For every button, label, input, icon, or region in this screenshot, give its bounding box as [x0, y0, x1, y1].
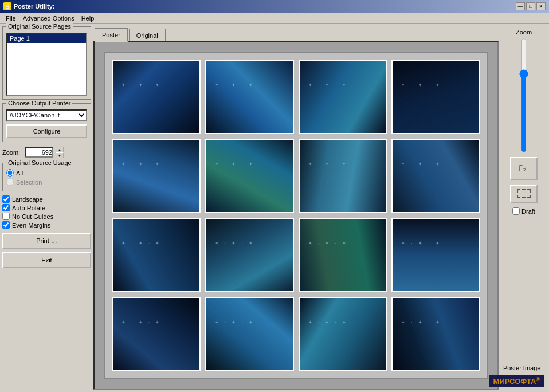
marquee-tool-button[interactable]: [510, 185, 538, 203]
checkbox-even-margins[interactable]: [2, 221, 10, 229]
page-list-item[interactable]: Page 1: [7, 34, 86, 43]
printer-select-row: \\JOYCE\Canon if: [6, 109, 87, 121]
poster-cell-16: [391, 297, 480, 371]
canvas-area: [93, 41, 499, 390]
checkbox-auto-rotate-label: Auto Rotate: [12, 205, 45, 211]
poster-cell-2: [205, 60, 294, 134]
checkbox-auto-rotate[interactable]: [2, 204, 10, 211]
zoom-label: Zoom:: [2, 149, 22, 156]
left-panel: Original Source Pages Page 1 Choose Outp…: [2, 26, 91, 390]
poster-cell-12: [391, 218, 480, 292]
checkboxes-section: Landscape Auto Rotate No Cut Guides Even…: [2, 195, 91, 229]
right-zoom-label: Zoom: [516, 29, 532, 36]
watermark-symbol: ®: [536, 377, 540, 382]
watermark: МИРСОФТА®: [489, 375, 544, 387]
menu-bar: File Advanced Options Help: [0, 13, 549, 24]
hand-icon: ☞: [518, 161, 530, 176]
exit-button[interactable]: Exit: [2, 252, 91, 268]
window-title: Poster Utility:: [14, 3, 55, 10]
checkbox-no-cut-guides[interactable]: [2, 213, 10, 220]
radio-selection-label: Selection: [16, 179, 42, 186]
print-button[interactable]: Print …: [2, 233, 91, 249]
middle-panel: Poster Original: [93, 26, 499, 390]
source-pages-title: Original Source Pages: [6, 23, 73, 30]
checkbox-landscape-label: Landscape: [12, 196, 43, 203]
zoom-up-button[interactable]: ▲: [56, 147, 64, 152]
page-list[interactable]: Page 1: [6, 33, 87, 96]
poster-cell-7: [299, 139, 387, 213]
poster-cell-6: [205, 139, 294, 213]
tab-original[interactable]: Original: [129, 29, 166, 41]
minimize-button[interactable]: —: [516, 2, 525, 10]
printer-select[interactable]: \\JOYCE\Canon if: [6, 109, 87, 121]
radio-selection-row: Selection: [6, 178, 87, 186]
zoom-input[interactable]: [25, 147, 53, 158]
menu-advanced-options[interactable]: Advanced Options: [19, 14, 78, 22]
poster-cell-9: [112, 218, 201, 292]
radio-all-label: All: [16, 170, 23, 177]
source-usage-title: Original Source Usage: [6, 159, 73, 166]
right-panel: Zoom ☞ Draft Poster Image W: 3.39 Ft H: …: [501, 26, 547, 390]
source-usage-group: Original Source Usage All Selection: [2, 163, 91, 191]
draft-row: Draft: [512, 207, 535, 215]
radio-selection[interactable]: [6, 178, 14, 186]
close-button[interactable]: ✕: [536, 2, 546, 10]
menu-file[interactable]: File: [2, 14, 19, 22]
zoom-row: Zoom: ▲ ▼: [2, 146, 91, 159]
source-pages-group: Original Source Pages Page 1: [2, 26, 91, 100]
poster-cell-11: [299, 218, 387, 292]
poster-cell-3: [299, 60, 387, 134]
checkbox-even-margins-label: Even Margins: [12, 222, 50, 229]
menu-help[interactable]: Help: [78, 14, 98, 22]
zoom-down-button[interactable]: ▼: [56, 152, 64, 158]
poster-cell-10: [205, 218, 294, 292]
poster-cell-5: [112, 139, 201, 213]
title-bar-controls: — □ ✕: [516, 2, 546, 10]
checkbox-no-cut-guides-label: No Cut Guides: [12, 213, 53, 220]
poster-cell-4: [391, 60, 480, 134]
maximize-button[interactable]: □: [526, 2, 535, 10]
draft-checkbox[interactable]: [512, 207, 520, 215]
tab-bar: Poster Original: [93, 26, 499, 41]
poster-cell-1: [112, 60, 201, 134]
watermark-text: МИРСОФТА: [493, 377, 536, 386]
configure-button[interactable]: Configure: [6, 124, 87, 138]
marquee-icon: [517, 189, 531, 198]
zoom-spinners: ▲ ▼: [56, 147, 64, 158]
printer-group: Choose Output Printer \\JOYCE\Canon if C…: [2, 103, 91, 142]
poster-cell-15: [299, 297, 387, 371]
checkbox-landscape-row: Landscape: [2, 195, 91, 203]
radio-all-row: All: [6, 169, 87, 177]
checkbox-landscape[interactable]: [2, 195, 10, 203]
title-bar-left: 🖨 Poster Utility:: [3, 2, 55, 10]
checkbox-evenmargins-row: Even Margins: [2, 221, 91, 229]
title-bar: 🖨 Poster Utility: — □ ✕: [0, 0, 549, 13]
radio-all[interactable]: [6, 169, 14, 177]
poster-image-label: Poster Image: [503, 364, 544, 371]
app-icon: 🖨: [3, 2, 11, 10]
poster-cell-13: [112, 297, 201, 371]
checkbox-nocutguides-row: No Cut Guides: [2, 212, 91, 221]
right-zoom-section: Zoom: [503, 29, 544, 152]
hand-tool-button[interactable]: ☞: [510, 157, 538, 180]
poster-grid: [104, 52, 488, 379]
poster-cell-8: [391, 139, 480, 213]
checkbox-autorotate-row: Auto Rotate: [2, 203, 91, 212]
main-container: Original Source Pages Page 1 Choose Outp…: [0, 24, 549, 392]
tab-poster[interactable]: Poster: [95, 28, 128, 42]
printer-title: Choose Output Printer: [6, 100, 72, 107]
draft-label: Draft: [521, 208, 535, 215]
zoom-slider[interactable]: [519, 38, 528, 152]
poster-cell-14: [205, 297, 294, 371]
